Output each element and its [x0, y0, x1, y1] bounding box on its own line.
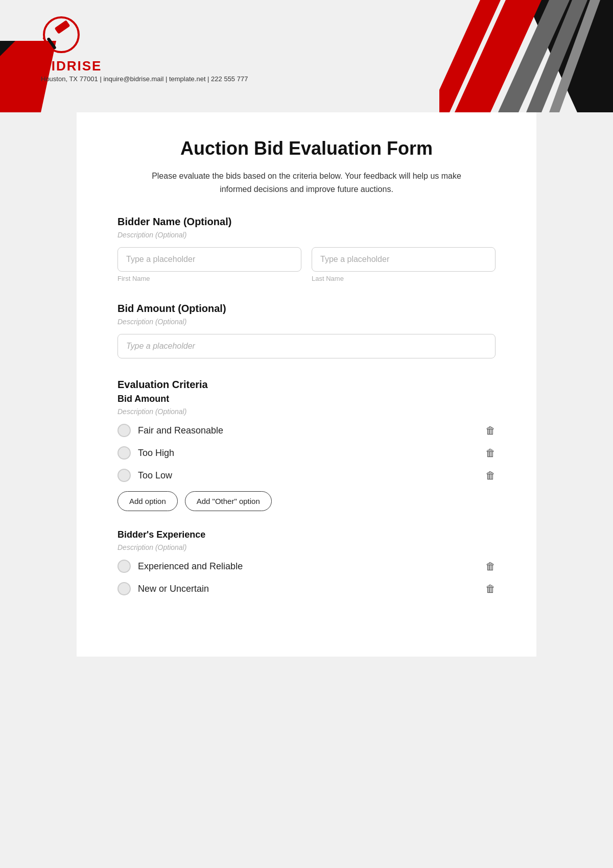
bid-amount-field-title: Bid Amount (Optional): [117, 303, 496, 315]
label-too-high: Too High: [138, 448, 174, 459]
radio-too-high[interactable]: [117, 446, 131, 460]
logo-area: BIDRISE Houston, TX 77001 | inquire@bidr…: [41, 15, 248, 83]
option-new-or-uncertain: New or Uncertain 🗑: [117, 582, 496, 595]
delete-experienced[interactable]: 🗑: [485, 561, 496, 572]
label-experienced: Experienced and Reliable: [138, 561, 243, 572]
brand-name: BIDRISE: [41, 58, 102, 74]
bidder-name-title: Bidder Name (Optional): [117, 216, 496, 228]
svg-line-11: [43, 38, 46, 41]
radio-new-or-uncertain[interactable]: [117, 582, 131, 595]
add-options-row: Add option Add "Other" option: [117, 491, 496, 511]
delete-too-low[interactable]: 🗑: [485, 470, 496, 481]
bidder-experience-description: Description (Optional): [117, 543, 496, 551]
option-too-high: Too High 🗑: [117, 446, 496, 460]
evaluation-criteria-section: Evaluation Criteria Bid Amount Descripti…: [117, 379, 496, 595]
header: BIDRISE Houston, TX 77001 | inquire@bidr…: [0, 0, 613, 112]
main-form: Auction Bid Evaluation Form Please evalu…: [77, 112, 536, 657]
svg-rect-9: [55, 20, 70, 34]
first-name-input[interactable]: [117, 247, 301, 272]
form-title: Auction Bid Evaluation Form: [117, 138, 496, 159]
bidder-experience-subsection: Bidder's Experience Description (Optiona…: [117, 529, 496, 595]
delete-fair-and-reasonable[interactable]: 🗑: [485, 425, 496, 437]
brand-contact: Houston, TX 77001 | inquire@bidrise.mail…: [41, 75, 248, 83]
label-new-or-uncertain: New or Uncertain: [138, 584, 209, 594]
first-name-label: First Name: [117, 275, 301, 282]
bid-amount-input[interactable]: [117, 334, 496, 358]
svg-line-13: [45, 47, 48, 50]
radio-too-low[interactable]: [117, 469, 131, 482]
radio-experienced[interactable]: [117, 560, 131, 573]
bid-amount-field-section: Bid Amount (Optional) Description (Optio…: [117, 303, 496, 358]
bid-amount-sub-description: Description (Optional): [117, 407, 496, 416]
form-description: Please evaluate the bids based on the cr…: [148, 170, 465, 196]
bidrise-logo-icon: [41, 15, 82, 56]
option-fair-and-reasonable: Fair and Reasonable 🗑: [117, 424, 496, 437]
label-fair-and-reasonable: Fair and Reasonable: [138, 425, 223, 436]
delete-too-high[interactable]: 🗑: [485, 447, 496, 459]
bidder-name-description: Description (Optional): [117, 231, 496, 239]
last-name-input[interactable]: [312, 247, 496, 272]
bid-amount-field-description: Description (Optional): [117, 318, 496, 326]
svg-point-8: [44, 17, 79, 52]
option-experienced: Experienced and Reliable 🗑: [117, 560, 496, 573]
name-row: First Name Last Name: [117, 247, 496, 282]
radio-fair-and-reasonable[interactable]: [117, 424, 131, 437]
bidder-experience-title: Bidder's Experience: [117, 529, 496, 540]
last-name-label: Last Name: [312, 275, 496, 282]
last-name-col: Last Name: [312, 247, 496, 282]
label-too-low: Too Low: [138, 470, 172, 481]
first-name-col: First Name: [117, 247, 301, 282]
add-option-button[interactable]: Add option: [117, 491, 178, 511]
header-stripes-right: [439, 0, 613, 112]
delete-new-or-uncertain[interactable]: 🗑: [485, 583, 496, 595]
bid-amount-subsection: Bid Amount Description (Optional) Fair a…: [117, 394, 496, 511]
evaluation-criteria-title: Evaluation Criteria: [117, 379, 496, 391]
option-too-low: Too Low 🗑: [117, 469, 496, 482]
bidder-name-section: Bidder Name (Optional) Description (Opti…: [117, 216, 496, 282]
add-other-option-button[interactable]: Add "Other" option: [185, 491, 272, 511]
bid-amount-subsection-title: Bid Amount: [117, 394, 496, 404]
